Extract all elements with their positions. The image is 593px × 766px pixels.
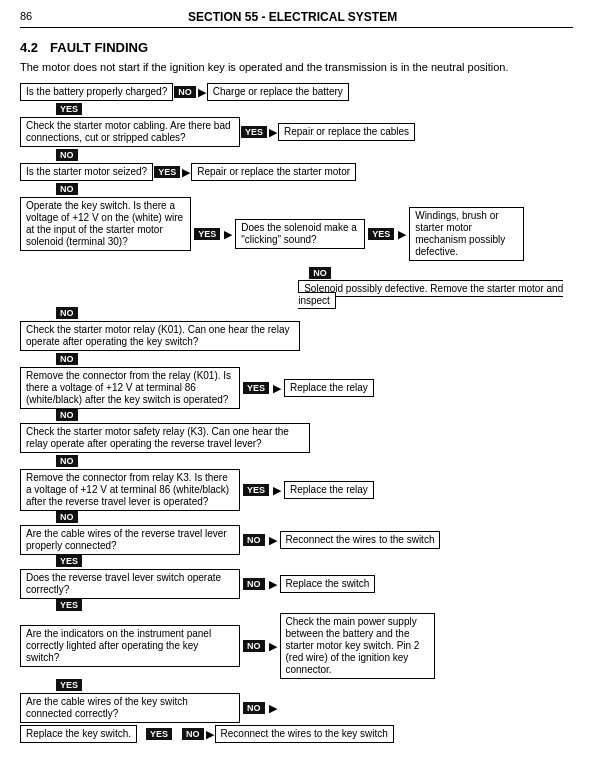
no-badge-4: NO xyxy=(56,307,78,319)
no-badge-6: NO xyxy=(56,409,78,421)
section-title-text: FAULT FINDING xyxy=(50,40,148,55)
no-clicking-indent: NO xyxy=(308,267,332,279)
no-badge-13: NO xyxy=(182,728,204,740)
yes-badge-4: YES xyxy=(194,228,220,240)
box-indicators: Are the indicators on the instrument pan… xyxy=(20,625,240,667)
box-connector-k01: Remove the connector from the relay (K01… xyxy=(20,367,240,409)
no-indent-2: NO xyxy=(55,149,573,161)
row-keyswitch: Operate the key switch. Is there a volta… xyxy=(20,197,573,307)
no-badge-10: NO xyxy=(243,578,265,590)
box-solenoid-defective: Solenoid possibly defective. Remove the … xyxy=(298,280,563,309)
box-replace-relay-1: Replace the relay xyxy=(284,379,374,397)
no-badge-5: NO xyxy=(56,353,78,365)
flowchart: Is the battery properly charged? NO ▶ Ch… xyxy=(20,83,573,743)
row-reverse-switch: Does the reverse travel lever switch ope… xyxy=(20,569,573,599)
yes-indent-11: YES xyxy=(55,679,573,691)
yes-badge-5: YES xyxy=(368,228,394,240)
yes-indent-10: YES xyxy=(55,599,573,611)
yes-badge-7: YES xyxy=(243,484,269,496)
yes-badge-1: YES xyxy=(56,103,82,115)
yes-badge-6: YES xyxy=(243,382,269,394)
page-number: 86 xyxy=(20,10,32,24)
box-replace-keyswitch: Replace the key switch. xyxy=(20,725,137,743)
box-charge: Charge or replace the battery xyxy=(207,83,349,101)
box-reconnect-keyswitch: Reconnect the wires to the key switch xyxy=(215,725,394,743)
row-indicators: Are the indicators on the instrument pan… xyxy=(20,613,573,679)
arrow-10: ▶ xyxy=(269,640,277,653)
box-repair-motor: Repair or replace the starter motor xyxy=(191,163,356,181)
arrow-12: ▶ xyxy=(206,728,214,741)
row-solenoid: YES ▶ Does the solenoid make a "clicking… xyxy=(193,207,524,261)
section-number: 4.2 xyxy=(20,40,38,55)
page-header: 86 SECTION 55 - ELECTRICAL SYSTEM xyxy=(20,10,573,28)
arrow-7: ▶ xyxy=(273,484,281,497)
yes-indent-1: YES xyxy=(55,103,573,115)
box-relay-k01: Check the starter motor relay (K01). Can… xyxy=(20,321,300,351)
row-connector-k3: Remove the connector from relay K3. Is t… xyxy=(20,469,573,511)
row-solenoid-defective: Solenoid possibly defective. Remove the … xyxy=(298,283,573,307)
box-cabling: Check the starter motor cabling. Are the… xyxy=(20,117,240,147)
section-heading: 4.2 FAULT FINDING xyxy=(20,40,573,55)
box-battery: Is the battery properly charged? xyxy=(20,83,173,101)
arrow-6: ▶ xyxy=(273,382,281,395)
row-connector-k01: Remove the connector from the relay (K01… xyxy=(20,367,573,409)
arrow-2: ▶ xyxy=(269,126,277,139)
box-clicking: Does the solenoid make a "clicking" soun… xyxy=(235,219,365,249)
no-badge-12: NO xyxy=(243,702,265,714)
yes-indent-9: YES xyxy=(55,555,573,567)
box-safety-relay: Check the starter motor safety relay (K3… xyxy=(20,423,310,453)
arrow-5: ▶ xyxy=(398,228,406,241)
no-badge-2: NO xyxy=(56,149,78,161)
no-badge-3: NO xyxy=(56,183,78,195)
yes-badge-2: YES xyxy=(241,126,267,138)
arrow-9: ▶ xyxy=(269,578,277,591)
box-keyswitch: Operate the key switch. Is there a volta… xyxy=(20,197,191,251)
no-indent-7: NO xyxy=(55,455,573,467)
arrow-3: ▶ xyxy=(182,166,190,179)
row-cable-reverse: Are the cable wires of the reverse trave… xyxy=(20,525,573,555)
row-replace-keyswitch: Replace the key switch. YES NO ▶ Reconne… xyxy=(20,725,573,743)
arrow-1: ▶ xyxy=(198,86,206,99)
row-cabling: Check the starter motor cabling. Are the… xyxy=(20,117,573,147)
section-title: SECTION 55 - ELECTRICAL SYSTEM xyxy=(32,10,553,24)
yes-badge-9: YES xyxy=(56,555,82,567)
row-battery: Is the battery properly charged? NO ▶ Ch… xyxy=(20,83,573,101)
no-badge-clicking: NO xyxy=(309,267,331,279)
row-relay-k01: Check the starter motor relay (K01). Can… xyxy=(20,321,573,351)
no-indent-3: NO xyxy=(55,183,573,195)
no-indent-5: NO xyxy=(55,353,573,365)
box-replace-relay-2: Replace the relay xyxy=(284,481,374,499)
yes-badge-12: YES xyxy=(146,728,172,740)
arrow-8: ▶ xyxy=(269,534,277,547)
no-badge-11: NO xyxy=(243,640,265,652)
yes-badge-3: YES xyxy=(154,166,180,178)
box-seized: Is the starter motor seized? xyxy=(20,163,153,181)
no-badge-9: NO xyxy=(243,534,265,546)
box-repair-cables: Repair or replace the cables xyxy=(278,123,415,141)
box-reverse-switch: Does the reverse travel lever switch ope… xyxy=(20,569,240,599)
box-windings: Windings, brush or starter motor mechani… xyxy=(409,207,524,261)
box-reconnect-1: Reconnect the wires to the switch xyxy=(280,531,441,549)
intro-text: The motor does not start if the ignition… xyxy=(20,61,573,73)
no-indent-8: NO xyxy=(55,511,573,523)
no-badge-7: NO xyxy=(56,455,78,467)
box-check-main-power: Check the main power supply between the … xyxy=(280,613,435,679)
no-badge-8: NO xyxy=(56,511,78,523)
row-seized: Is the starter motor seized? YES ▶ Repai… xyxy=(20,163,573,181)
no-badge-1: NO xyxy=(174,86,196,98)
arrow-4: ▶ xyxy=(224,228,232,241)
arrow-11: ▶ xyxy=(269,702,277,715)
no-indent-4: NO xyxy=(55,307,573,319)
no-indent-6: NO xyxy=(55,409,573,421)
box-connector-k3: Remove the connector from relay K3. Is t… xyxy=(20,469,240,511)
yes-badge-11: YES xyxy=(56,679,82,691)
box-keyswitch-cables: Are the cable wires of the key switch co… xyxy=(20,693,240,723)
row-keyswitch-cables: Are the cable wires of the key switch co… xyxy=(20,693,573,723)
box-cable-reverse: Are the cable wires of the reverse trave… xyxy=(20,525,240,555)
yes-badge-10: YES xyxy=(56,599,82,611)
box-replace-switch: Replace the switch xyxy=(280,575,376,593)
row-safety-relay: Check the starter motor safety relay (K3… xyxy=(20,423,573,453)
